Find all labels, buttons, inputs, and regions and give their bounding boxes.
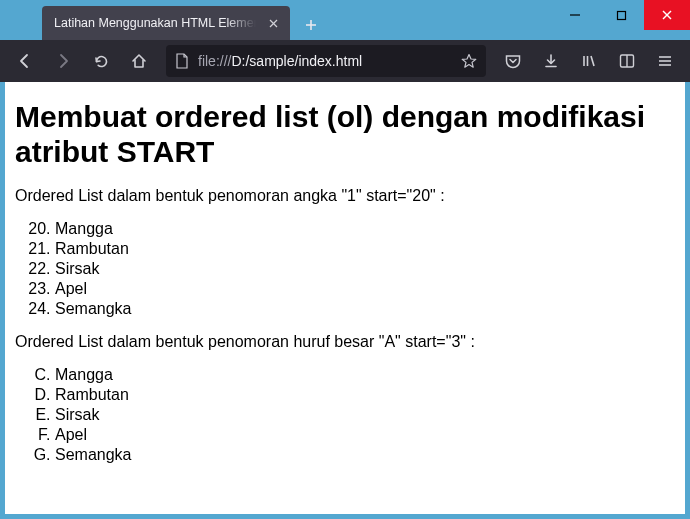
- list-item: Semangka: [55, 299, 675, 319]
- list-item: Apel: [55, 425, 675, 445]
- list-item: Apel: [55, 279, 675, 299]
- minimize-button[interactable]: [552, 0, 598, 30]
- document-body: Membuat ordered list (ol) dengan modifik…: [5, 82, 685, 489]
- ordered-list-alpha: ManggaRambutanSirsakApelSemangka: [15, 365, 675, 465]
- list-item: Sirsak: [55, 405, 675, 425]
- intro-text-1: Ordered List dalam bentuk penomoran angk…: [15, 187, 675, 205]
- tabs-row: Latihan Menggunakan HTML Elemen: [0, 6, 326, 40]
- maximize-button[interactable]: [598, 0, 644, 30]
- downloads-button[interactable]: [534, 44, 568, 78]
- url-bar[interactable]: file:///D:/sample/index.html: [166, 45, 486, 77]
- url-text: file:///D:/sample/index.html: [198, 53, 452, 69]
- window-controls: [552, 0, 690, 30]
- list-item: Mangga: [55, 365, 675, 385]
- page-viewport: Membuat ordered list (ol) dengan modifik…: [5, 82, 685, 514]
- home-button[interactable]: [122, 44, 156, 78]
- url-scheme: file:///: [198, 53, 231, 69]
- browser-window: Latihan Menggunakan HTML Elemen: [0, 0, 690, 519]
- new-tab-button[interactable]: [296, 10, 326, 40]
- list-item: Mangga: [55, 219, 675, 239]
- list-item: Rambutan: [55, 385, 675, 405]
- pocket-button[interactable]: [496, 44, 530, 78]
- bookmark-star-icon[interactable]: [460, 53, 478, 69]
- tab-spacer: [8, 6, 42, 40]
- back-button[interactable]: [8, 44, 42, 78]
- toolbar: file:///D:/sample/index.html: [0, 40, 690, 82]
- library-button[interactable]: [572, 44, 606, 78]
- tab-title: Latihan Menggunakan HTML Elemen: [54, 16, 256, 30]
- reload-button[interactable]: [84, 44, 118, 78]
- ordered-list-decimal: ManggaRambutanSirsakApelSemangka: [15, 219, 675, 319]
- tab-close-icon[interactable]: [264, 14, 282, 32]
- sidebar-button[interactable]: [610, 44, 644, 78]
- list-item: Rambutan: [55, 239, 675, 259]
- close-button[interactable]: [644, 0, 690, 30]
- svg-rect-1: [617, 11, 625, 19]
- file-icon: [174, 53, 190, 69]
- list-item: Sirsak: [55, 259, 675, 279]
- url-path: D:/sample/index.html: [231, 53, 362, 69]
- list-item: Semangka: [55, 445, 675, 465]
- svg-line-11: [591, 56, 594, 66]
- intro-text-2: Ordered List dalam bentuk penomoran huru…: [15, 333, 675, 351]
- titlebar: Latihan Menggunakan HTML Elemen: [0, 0, 690, 40]
- page-heading: Membuat ordered list (ol) dengan modifik…: [15, 100, 675, 169]
- menu-button[interactable]: [648, 44, 682, 78]
- forward-button[interactable]: [46, 44, 80, 78]
- tab-active[interactable]: Latihan Menggunakan HTML Elemen: [42, 6, 290, 40]
